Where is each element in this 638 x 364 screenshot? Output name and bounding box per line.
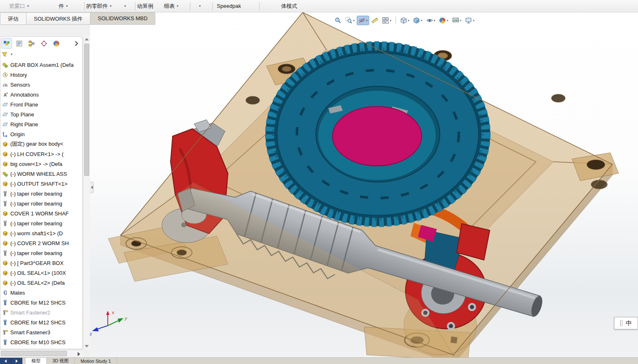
menu-item[interactable]: 细表▾ xyxy=(162,2,180,10)
command-tab[interactable]: SOLIDWORKS 插件 xyxy=(26,12,90,25)
section-view-button[interactable]: ▾ xyxy=(357,16,370,25)
plane-icon xyxy=(2,121,8,128)
tree-item[interactable]: (-) worm shaft1<1> (D xyxy=(0,228,82,238)
tree-item-label: CBORE for M12 SHCS xyxy=(10,319,66,326)
dimension-grid-button[interactable]: ▾ xyxy=(380,16,393,25)
menu-item[interactable]: 体模式 xyxy=(280,2,299,10)
tree-item[interactable]: CBORE for M12 SHCS xyxy=(0,298,82,307)
tree-item[interactable]: Smart Fastener3 xyxy=(0,327,82,337)
tree-item-label: Sensors xyxy=(10,82,30,88)
tree-item[interactable]: (-) taper roller bearing xyxy=(0,218,82,228)
menu-item[interactable]: 动算例 xyxy=(135,2,155,10)
command-tab[interactable]: SOLIDWORKS MBD xyxy=(90,12,156,25)
tree-filter-row[interactable]: ▾ xyxy=(0,49,82,60)
dimension-grid-icon xyxy=(382,17,389,24)
fastener-icon xyxy=(2,310,8,316)
menu-item[interactable]: 的零部件▾ xyxy=(85,2,113,10)
tree-item[interactable]: GEAR BOX Assem1 (Defa xyxy=(0,60,82,70)
tree-item[interactable]: (-) taper roller bearing xyxy=(0,199,82,208)
scrollbar-thumb[interactable] xyxy=(84,44,89,176)
tree-item[interactable]: COVER 1 WORM SHAF xyxy=(0,208,82,218)
tree-item[interactable]: CBORE for M10 SHCS xyxy=(0,337,82,347)
coordinate-triad: x y z xyxy=(89,307,130,336)
part-icon xyxy=(2,270,8,276)
edit-appearance-button[interactable]: ▾ xyxy=(437,16,450,25)
tree-item[interactable]: AAnnotations xyxy=(0,90,82,99)
tree-item[interactable]: (-) taper roller bearing xyxy=(0,248,82,258)
menu-bar: 览窗口▾件▾的零部件▾▾动算例细表▾▾Speedpak体模式 xyxy=(0,0,638,12)
tree-item[interactable]: (-) taper roller bearing xyxy=(0,189,82,199)
display-style-button[interactable]: ▾ xyxy=(411,16,424,25)
tree-item[interactable]: (-) LH COVER<1> -> ( xyxy=(0,149,82,159)
scroll-up-arrow[interactable] xyxy=(85,38,89,40)
document-tab[interactable]: 模型 xyxy=(26,358,47,364)
tree-item[interactable]: CBORE for M12 SHCS xyxy=(0,317,82,327)
document-tab[interactable]: 3D 视图 xyxy=(47,358,75,364)
menu-item[interactable]: 览窗口▾ xyxy=(7,2,31,10)
apply-scene-button[interactable]: ▾ xyxy=(451,16,463,25)
menu-item[interactable]: ▾ xyxy=(121,5,128,8)
chevron-down-icon: ▾ xyxy=(473,19,474,22)
tree-item[interactable]: Mates xyxy=(0,288,82,298)
tree-item[interactable]: Origin xyxy=(0,129,82,139)
tab-scroll-right-button[interactable] xyxy=(11,358,22,364)
part-icon xyxy=(2,151,8,157)
tree-item-label: History xyxy=(10,72,27,78)
cbore-icon xyxy=(2,319,8,326)
tree-item[interactable]: Sensors xyxy=(0,80,82,90)
assembly-icon xyxy=(2,171,8,177)
command-tab[interactable]: 评估 xyxy=(0,12,26,25)
configurationmanager-tab[interactable] xyxy=(26,38,37,49)
tree-item[interactable]: (固定) gear box body< xyxy=(0,139,82,149)
propertymanager-tab[interactable] xyxy=(14,38,24,49)
view-orientation-icon xyxy=(400,17,407,24)
tree-item[interactable]: (-) OIL SEAL<2> (Defa xyxy=(0,278,82,288)
tree-item-label: (-) OUTPUT SHAFT<1> xyxy=(10,181,67,187)
menu-item[interactable]: 件▾ xyxy=(57,2,69,10)
tree-vertical-scrollbar[interactable] xyxy=(83,36,90,349)
featuremanager-tab[interactable] xyxy=(1,38,12,49)
ime-indicator[interactable]: 中 xyxy=(614,317,638,329)
tree-item[interactable]: (-) [ Part3^GEAR BOX xyxy=(0,258,82,268)
zoom-to-area-button[interactable]: ▾ xyxy=(344,16,356,25)
fastener-icon xyxy=(2,329,8,336)
tree-item[interactable]: Front Plane xyxy=(0,99,82,109)
tree-item[interactable]: (-) OIL SEAL<1> (100X xyxy=(0,268,82,278)
scroll-right-arrow[interactable] xyxy=(76,351,82,357)
displaymanager-tab[interactable] xyxy=(51,38,62,49)
scrollbar-thumb[interactable] xyxy=(1,351,67,356)
triad-y-label: y xyxy=(124,316,128,321)
tree-item[interactable]: Top Plane xyxy=(0,109,82,119)
zoom-to-fit-icon xyxy=(334,17,342,24)
tree-item[interactable]: (-) OUTPUT SHAFT<1> xyxy=(0,179,82,189)
document-tab[interactable]: Motion Study 1 xyxy=(75,358,117,364)
panel-collapse-handle[interactable] xyxy=(90,182,94,193)
hide-show-items-button[interactable]: ▾ xyxy=(425,16,437,25)
view-orientation-button[interactable]: ▾ xyxy=(398,16,411,25)
scroll-down-arrow[interactable] xyxy=(85,345,89,347)
tree-item[interactable]: (-) COVER 2 WORM SH xyxy=(0,238,82,248)
tree-item[interactable]: (-) WORM WHEEL ASS xyxy=(0,169,82,179)
menu-item[interactable]: Speedpak xyxy=(215,3,243,9)
tree-item[interactable]: History xyxy=(0,70,82,80)
document-tabs: 模型3D 视图Motion Study 1 xyxy=(26,358,117,364)
view-settings-button[interactable]: ▾ xyxy=(463,16,476,25)
measure-button[interactable] xyxy=(370,16,380,25)
hide-show-items-icon xyxy=(426,17,433,24)
tree-item-label: (-) COVER 2 WORM SH xyxy=(10,240,69,246)
menu-item[interactable]: ▾ xyxy=(195,5,202,8)
heads-up-toolbar: ▾▾▾▾▾▾▾▾▾ xyxy=(333,15,476,26)
tree-horizontal-scrollbar[interactable] xyxy=(0,350,83,357)
tab-scroll-left-button[interactable] xyxy=(0,358,11,364)
tree-item[interactable]: Smart Fastener2 xyxy=(0,307,82,317)
tree-item[interactable]: big cover<1> -> (Defa xyxy=(0,159,82,169)
tree-item[interactable]: Right Plane xyxy=(0,119,82,129)
menu-separator xyxy=(190,2,190,10)
zoom-to-fit-button[interactable] xyxy=(333,16,343,25)
dimxpertmanager-tab[interactable] xyxy=(38,38,49,49)
chevron-down-icon: ▾ xyxy=(66,5,68,8)
tree-item-label: (-) taper roller bearing xyxy=(10,201,62,207)
drag-grip-icon xyxy=(620,320,622,326)
tree-item-label: (固定) gear box body< xyxy=(10,140,63,148)
panel-expand-button[interactable] xyxy=(71,38,81,49)
